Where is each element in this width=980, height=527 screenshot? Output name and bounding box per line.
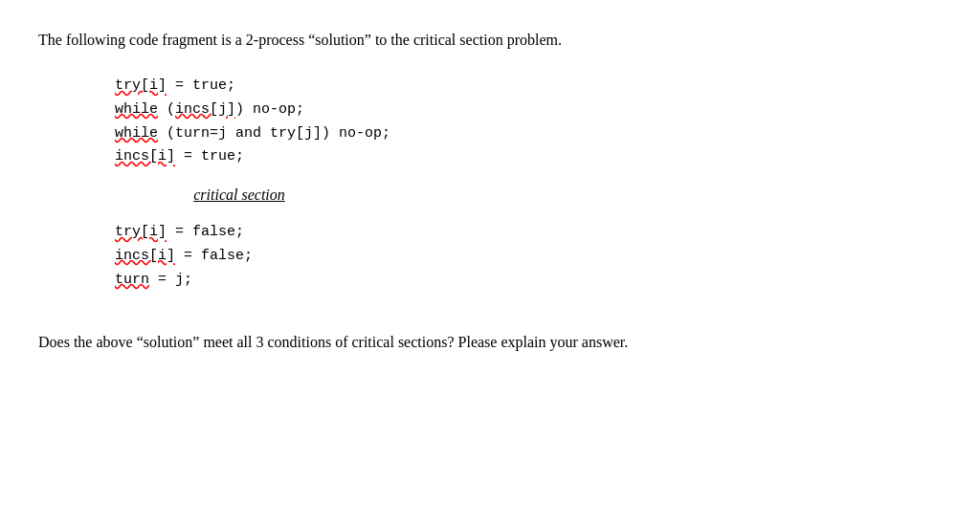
code-block-after: try[i] = false; incs[i] = false; turn = …	[115, 221, 942, 292]
while-keyword-2: while	[115, 125, 158, 142]
question-paragraph: Does the above “solution” meet all 3 con…	[38, 330, 942, 355]
incs-keyword-1: incs[j]	[175, 101, 235, 118]
code-block-before: try[i] = true; while (incs[j]) no-op; wh…	[115, 75, 942, 169]
code-line-5: try[i] = false;	[115, 221, 942, 245]
code-line-1: try[i] = true;	[115, 75, 942, 99]
critical-section-label: critical section	[115, 187, 364, 204]
code-line-4: incs[i] = true;	[115, 145, 942, 169]
code-line-3: while (turn=j and try[j]) no-op;	[115, 122, 942, 146]
turn-keyword-1: turn	[115, 272, 149, 288]
try-keyword-2: try[i]	[115, 224, 167, 240]
code-line-2: while (incs[j]) no-op;	[115, 99, 942, 122]
while-keyword-1: while	[115, 101, 158, 118]
try-keyword-1: try[i]	[115, 77, 167, 94]
incs-keyword-2: incs[i]	[115, 148, 175, 165]
incs-keyword-3: incs[i]	[115, 248, 175, 264]
code-line-6: incs[i] = false;	[115, 245, 942, 269]
intro-paragraph: The following code fragment is a 2-proce…	[38, 29, 942, 52]
code-line-7: turn = j;	[115, 269, 942, 293]
